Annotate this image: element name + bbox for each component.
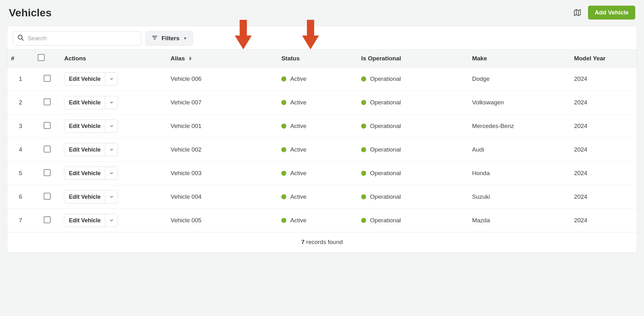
- annotation-arrow-operational: [301, 20, 320, 50]
- status-dot-icon: [281, 100, 286, 105]
- edit-vehicle-split-button: Edit Vehicle: [64, 96, 118, 109]
- table-row: 3Edit VehicleVehicle 001ActiveOperationa…: [7, 114, 637, 138]
- edit-vehicle-dropdown[interactable]: [105, 167, 118, 180]
- cell-alias: Vehicle 006: [167, 67, 278, 91]
- edit-vehicle-button[interactable]: Edit Vehicle: [64, 214, 105, 227]
- records-footer: 7 records found: [7, 232, 637, 252]
- table-row: 4Edit VehicleVehicle 002ActiveOperationa…: [7, 138, 637, 162]
- row-number: 4: [7, 138, 34, 162]
- row-checkbox[interactable]: [44, 75, 51, 82]
- alias-header-label: Alias: [171, 55, 185, 62]
- column-header-select: [34, 50, 61, 67]
- edit-vehicle-dropdown[interactable]: [105, 73, 118, 85]
- cell-year: 2024: [570, 91, 637, 114]
- edit-vehicle-split-button: Edit Vehicle: [64, 167, 118, 180]
- edit-vehicle-button[interactable]: Edit Vehicle: [64, 120, 105, 132]
- cell-operational: Operational: [357, 114, 468, 138]
- chevron-down-icon: [109, 171, 114, 175]
- row-number: 1: [7, 67, 34, 91]
- page-title: Vehicles: [9, 7, 52, 19]
- cell-status: Active: [278, 114, 357, 138]
- row-number: 3: [7, 114, 34, 138]
- status-dot-icon: [281, 218, 286, 223]
- record-count: 7: [301, 239, 305, 245]
- status-dot-icon: [281, 194, 286, 199]
- chevron-down-icon: [109, 77, 114, 81]
- record-label: records found: [305, 239, 343, 245]
- edit-vehicle-button[interactable]: Edit Vehicle: [64, 143, 105, 156]
- chevron-down-icon: [109, 218, 114, 223]
- cell-operational: Operational: [357, 91, 468, 114]
- column-header-alias[interactable]: Alias ▲▼: [167, 50, 278, 67]
- cell-alias: Vehicle 005: [167, 209, 278, 232]
- chevron-down-icon: [109, 124, 114, 128]
- column-header-operational[interactable]: Is Operational: [357, 50, 468, 67]
- row-checkbox[interactable]: [44, 216, 51, 223]
- row-checkbox[interactable]: [44, 98, 51, 105]
- edit-vehicle-dropdown[interactable]: [105, 96, 118, 109]
- status-dot-icon: [361, 76, 366, 81]
- status-dot-icon: [281, 76, 286, 81]
- column-header-actions: Actions: [60, 50, 167, 67]
- annotation-arrow-status: [234, 20, 252, 50]
- edit-vehicle-button[interactable]: Edit Vehicle: [64, 167, 105, 180]
- column-header-status[interactable]: Status: [278, 50, 357, 67]
- edit-vehicle-button[interactable]: Edit Vehicle: [64, 73, 105, 85]
- row-checkbox[interactable]: [44, 146, 51, 152]
- filters-button[interactable]: Filters ▼: [146, 31, 193, 46]
- table-row: 1Edit VehicleVehicle 006ActiveOperationa…: [7, 67, 637, 91]
- edit-vehicle-split-button: Edit Vehicle: [64, 72, 118, 86]
- row-checkbox[interactable]: [44, 193, 51, 200]
- search-icon: [17, 34, 24, 42]
- filters-label: Filters: [162, 35, 179, 42]
- edit-vehicle-button[interactable]: Edit Vehicle: [64, 96, 105, 109]
- cell-make: Audi: [468, 138, 570, 162]
- map-icon-button[interactable]: [572, 8, 582, 18]
- edit-vehicle-dropdown[interactable]: [105, 143, 118, 156]
- status-dot-icon: [361, 100, 366, 105]
- search-input[interactable]: [13, 31, 141, 46]
- status-dot-icon: [281, 147, 286, 152]
- row-checkbox[interactable]: [44, 122, 51, 129]
- edit-vehicle-dropdown[interactable]: [105, 120, 118, 132]
- row-checkbox[interactable]: [44, 169, 51, 176]
- cell-year: 2024: [570, 114, 637, 138]
- table-row: 7Edit VehicleVehicle 005ActiveOperationa…: [7, 209, 637, 232]
- column-header-make[interactable]: Make: [468, 50, 570, 67]
- cell-year: 2024: [570, 209, 637, 232]
- status-dot-icon: [361, 194, 366, 199]
- cell-operational: Operational: [357, 138, 468, 162]
- cell-operational: Operational: [357, 162, 468, 185]
- cell-status: Active: [278, 67, 357, 91]
- add-vehicle-button[interactable]: Add Vehicle: [588, 6, 635, 19]
- svg-marker-3: [235, 20, 252, 49]
- column-header-num[interactable]: #: [7, 50, 34, 67]
- cell-make: Dodge: [468, 67, 570, 91]
- cell-status: Active: [278, 185, 357, 209]
- cell-alias: Vehicle 003: [167, 162, 278, 185]
- chevron-down-icon: [109, 195, 114, 199]
- cell-operational: Operational: [357, 67, 468, 91]
- cell-status: Active: [278, 162, 357, 185]
- cell-year: 2024: [570, 67, 637, 91]
- status-dot-icon: [361, 218, 366, 223]
- map-icon: [573, 8, 581, 17]
- edit-vehicle-dropdown[interactable]: [105, 191, 118, 203]
- cell-alias: Vehicle 002: [167, 138, 278, 162]
- select-all-checkbox[interactable]: [38, 54, 45, 61]
- edit-vehicle-button[interactable]: Edit Vehicle: [64, 191, 105, 203]
- svg-line-6: [22, 39, 24, 41]
- edit-vehicle-dropdown[interactable]: [105, 214, 118, 227]
- svg-marker-4: [302, 20, 319, 49]
- filter-icon: [151, 35, 158, 42]
- chevron-down-icon: ▼: [183, 36, 187, 41]
- cell-year: 2024: [570, 185, 637, 209]
- cell-status: Active: [278, 138, 357, 162]
- cell-make: Suzuki: [468, 185, 570, 209]
- cell-status: Active: [278, 91, 357, 114]
- status-dot-icon: [361, 171, 366, 176]
- column-header-year[interactable]: Model Year: [570, 50, 637, 67]
- edit-vehicle-split-button: Edit Vehicle: [64, 143, 118, 156]
- cell-operational: Operational: [357, 209, 468, 232]
- status-dot-icon: [281, 171, 286, 176]
